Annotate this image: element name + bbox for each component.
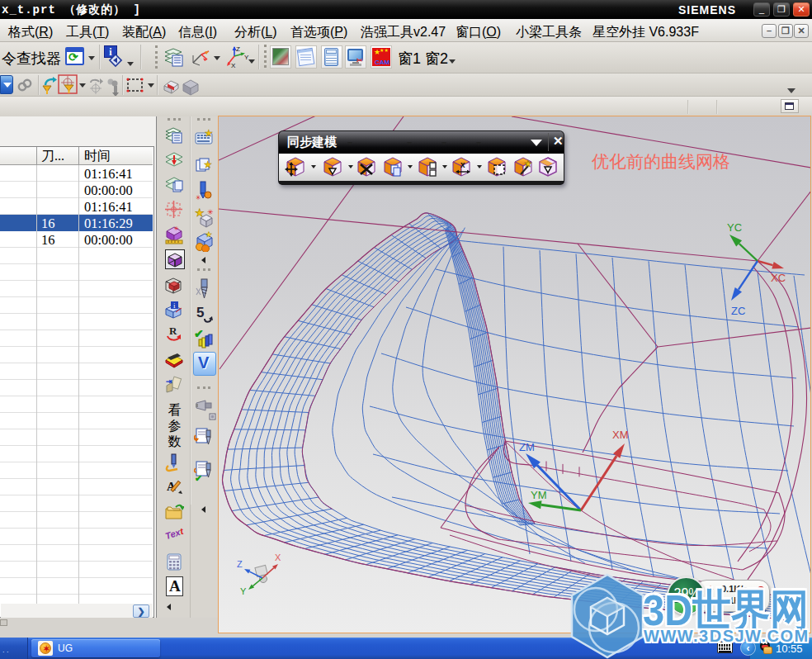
svg-text:X: X <box>275 552 281 562</box>
svg-text:5: 5 <box>196 305 204 320</box>
svg-text:★: ★ <box>204 159 212 169</box>
svg-text:R: R <box>169 325 177 337</box>
svg-text:YM: YM <box>531 489 547 501</box>
svg-text:ZM: ZM <box>519 441 535 453</box>
svg-text:Z: Z <box>236 45 240 53</box>
svg-text:★: ★ <box>205 128 213 138</box>
svg-text:✳: ✳ <box>174 225 179 231</box>
svg-text:Y: Y <box>240 586 247 596</box>
svg-text:★: ★ <box>524 159 532 168</box>
svg-text:ZC: ZC <box>731 305 745 317</box>
svg-text:★: ★ <box>205 230 212 239</box>
svg-text:✳: ✳ <box>207 208 214 216</box>
svg-text:✔: ✔ <box>195 473 202 483</box>
svg-text:Z: Z <box>237 559 243 569</box>
svg-text:⇥: ⇥ <box>166 377 172 386</box>
svg-text:XC: XC <box>771 272 786 284</box>
svg-text:x: x <box>460 160 465 169</box>
svg-text:YC: YC <box>727 221 742 234</box>
svg-text:XM: XM <box>612 429 629 441</box>
svg-text:X: X <box>231 62 236 69</box>
svg-text:✳: ✳ <box>196 194 201 201</box>
